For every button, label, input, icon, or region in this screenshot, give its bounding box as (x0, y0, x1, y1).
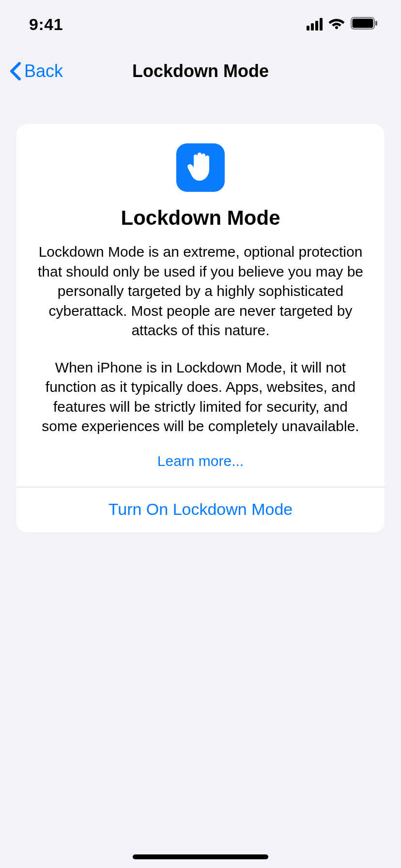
navigation-bar: Back Lockdown Mode (0, 48, 401, 94)
back-label: Back (24, 61, 63, 81)
card-paragraph-1: Lockdown Mode is an extreme, optional pr… (34, 242, 367, 341)
svg-rect-2 (353, 19, 373, 28)
status-bar: 9:41 (0, 0, 401, 48)
card-body: Lockdown Mode Lockdown Mode is an extrem… (16, 124, 385, 487)
status-indicators (307, 17, 378, 31)
svg-rect-3 (375, 21, 377, 26)
chevron-left-icon (9, 62, 21, 81)
status-time: 9:41 (29, 15, 63, 34)
home-indicator[interactable] (133, 854, 268, 859)
card-paragraph-2: When iPhone is in Lockdown Mode, it will… (34, 358, 367, 436)
svg-point-0 (335, 26, 338, 29)
page-title: Lockdown Mode (132, 61, 269, 81)
hand-icon (176, 143, 225, 192)
card-title: Lockdown Mode (34, 206, 367, 230)
content-area: Lockdown Mode Lockdown Mode is an extrem… (0, 94, 401, 532)
back-button[interactable]: Back (9, 61, 63, 81)
battery-icon (351, 17, 378, 31)
lockdown-card: Lockdown Mode Lockdown Mode is an extrem… (16, 124, 385, 532)
turn-on-lockdown-button[interactable]: Turn On Lockdown Mode (16, 487, 385, 532)
lockdown-mode-screen: 9:41 (0, 0, 401, 868)
cellular-icon (307, 18, 323, 31)
learn-more-link[interactable]: Learn more... (34, 453, 367, 469)
wifi-icon (328, 17, 345, 31)
